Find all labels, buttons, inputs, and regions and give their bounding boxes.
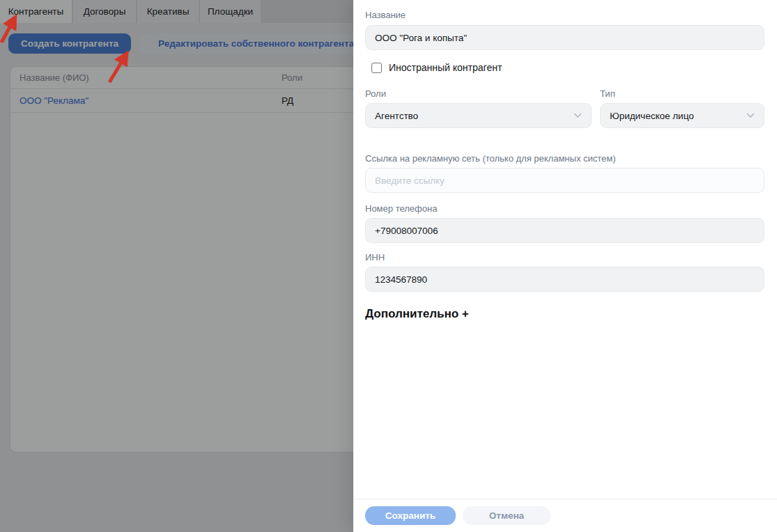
counterparty-form: Название Иностранный контрагент Роли Аге… xyxy=(353,10,777,321)
edit-counterparty-drawer: Название Иностранный контрагент Роли Аге… xyxy=(353,0,777,532)
chevron-down-icon xyxy=(746,113,755,118)
inn-label: ИНН xyxy=(365,252,764,263)
phone-label: Номер телефона xyxy=(365,203,764,214)
save-button[interactable]: Сохранить xyxy=(365,506,456,525)
name-label: Название xyxy=(365,10,764,20)
roles-select[interactable]: Агентство xyxy=(365,103,592,128)
ad-network-link-label: Ссылка на рекламную сеть (только для рек… xyxy=(365,153,764,164)
phone-input[interactable] xyxy=(365,218,764,243)
roles-label: Роли xyxy=(365,88,592,99)
drawer-footer: Сохранить Отмена xyxy=(353,499,777,532)
type-select[interactable]: Юридическое лицо xyxy=(600,103,764,128)
roles-selected-value: Агентство xyxy=(375,111,418,121)
foreign-counterparty-label: Иностранный контрагент xyxy=(389,62,502,73)
ad-network-link-input[interactable] xyxy=(365,168,764,193)
name-input[interactable] xyxy=(365,25,764,50)
additional-section-toggle[interactable]: Дополнительно + xyxy=(365,307,764,321)
inn-input[interactable] xyxy=(365,267,764,292)
chevron-down-icon xyxy=(574,113,582,118)
type-label: Тип xyxy=(600,88,764,99)
foreign-counterparty-checkbox[interactable] xyxy=(371,63,382,73)
foreign-counterparty-row: Иностранный контрагент xyxy=(371,62,764,73)
type-selected-value: Юридическое лицо xyxy=(610,111,694,121)
roles-type-row: Роли Агентство Тип Юридическое лицо xyxy=(365,88,764,128)
cancel-button[interactable]: Отмена xyxy=(463,506,551,525)
